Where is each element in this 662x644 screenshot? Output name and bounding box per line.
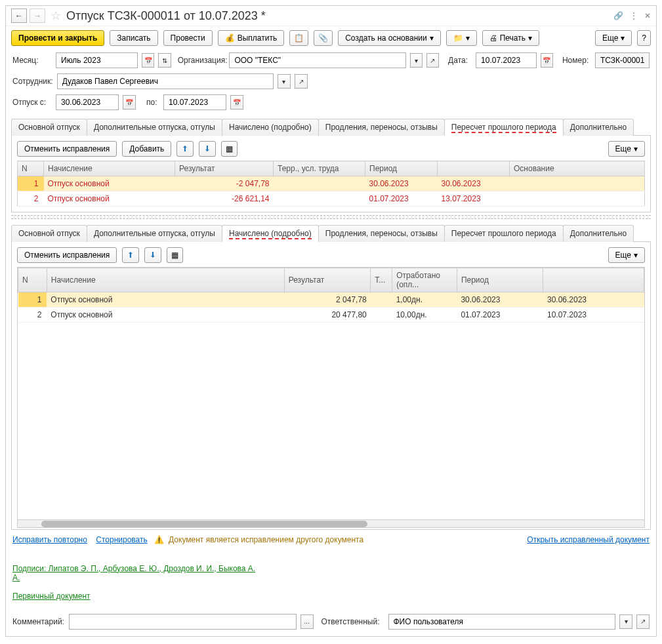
col-period2[interactable] [438,161,510,176]
print-button[interactable]: 🖨 Печать ▾ [482,30,539,46]
table-row[interactable]: 1 Отпуск основной 2 047,78 1,00 дн. 30.0… [18,292,644,308]
create-based-button[interactable]: Создать на основании ▾ [338,30,441,46]
open-icon[interactable]: ↗ [426,53,439,68]
col-result[interactable]: Результат [284,268,371,292]
table-row[interactable]: 1 Отпуск основной -2 047,78 30.06.2023 3… [18,176,645,191]
to-field[interactable] [163,94,226,110]
post-button[interactable]: Провести [163,30,213,46]
col-accrual[interactable]: Начисление [47,268,284,292]
month-spinner[interactable]: ⇅ [158,53,171,68]
responsible-input[interactable] [392,616,612,627]
chevron-down-icon[interactable]: ▾ [619,614,632,629]
attach-button[interactable]: 📎 [314,30,333,46]
table-row[interactable]: 2 Отпуск основной -26 621,14 01.07.2023 … [18,191,645,207]
org-input[interactable] [233,55,402,66]
tab-extensions[interactable]: Продления, переносы, отзывы [318,119,445,136]
cell-period2: 30.06.2023 [543,292,644,308]
col-basis[interactable]: Основание [510,161,645,176]
link-icon[interactable]: 🔗 [613,11,623,20]
from-field[interactable] [56,94,119,110]
comment-input[interactable] [73,616,293,627]
back-button[interactable]: ← [11,9,27,23]
calendar-icon[interactable]: 📅 [541,53,553,68]
more-button[interactable]: Еще ▾ [608,247,645,263]
cancel-corrections-button[interactable]: Отменить исправления [17,247,117,263]
add-button[interactable]: Добавить [122,141,171,157]
tab-extra[interactable]: Дополнительно [563,225,634,242]
warning-icon: ⚠️ [154,535,164,544]
folder-button[interactable]: 📁 ▾ [446,30,477,46]
primary-doc-link[interactable]: Первичный документ [12,592,91,601]
tab-recalc[interactable]: Пересчет прошлого периода [444,225,564,242]
tab-accrued-detail[interactable]: Начислено (подробно) [222,119,319,136]
forward-button[interactable]: → [30,9,45,23]
col-n[interactable]: N [18,268,47,292]
move-down-button[interactable]: 🠫 [144,247,161,263]
post-and-close-button[interactable]: Провести и закрыть [11,30,104,46]
responsible-label: Ответственный: [321,617,384,626]
tab-extensions[interactable]: Продления, переносы, отзывы [318,225,445,242]
help-button[interactable]: ? [637,30,651,46]
list-button[interactable]: 📋 [289,30,308,46]
storno-link[interactable]: Сторнировать [96,535,147,544]
chevron-down-icon[interactable]: ▾ [410,53,423,68]
more-button[interactable]: Еще ▾ [595,30,632,46]
date-field[interactable] [476,52,537,68]
pay-button[interactable]: 💰 Выплатить [218,30,285,46]
move-up-button[interactable]: 🠩 [122,247,139,263]
star-icon[interactable]: ☆ [51,9,61,23]
recalc-table[interactable]: N Начисление Результат Терр., усл. труда… [17,161,645,207]
close-icon[interactable]: ✕ [644,11,651,20]
number-label: Номер: [562,56,591,65]
calendar-icon[interactable]: 📅 [123,95,136,110]
open-corrected-link[interactable]: Открыть исправленный документ [527,535,650,544]
to-input[interactable] [167,97,222,108]
month-input[interactable] [60,55,134,66]
table-row[interactable]: 2 Отпуск основной 20 477,80 10,00 дн. 01… [18,308,644,323]
tab-main-vacation[interactable]: Основной отпуск [11,119,87,136]
correct-again-link[interactable]: Исправить повторно [12,535,87,544]
calendar-icon[interactable]: 📅 [142,53,154,68]
col-period1[interactable]: Период [365,161,438,176]
table-settings-button[interactable]: ▦ [167,247,183,263]
tab-extra[interactable]: Дополнительно [563,119,634,136]
signatures-link[interactable]: Подписи: Липатов Э. П., Арбузова Е. Ю., … [12,564,262,582]
tab-main-vacation[interactable]: Основной отпуск [11,225,87,242]
scroll-thumb[interactable] [41,521,367,527]
tab-additional[interactable]: Дополнительные отпуска, отгулы [87,225,222,242]
open-icon[interactable]: ↗ [636,614,650,629]
tab-accrued-detail[interactable]: Начислено (подробно) [222,225,319,242]
cancel-corrections-button[interactable]: Отменить исправления [17,141,117,157]
col-accrual[interactable]: Начисление [44,161,175,176]
col-result[interactable]: Результат [175,161,274,176]
ellipsis-button[interactable]: … [300,614,314,629]
col-period1[interactable]: Период [457,268,543,292]
from-input[interactable] [60,97,115,108]
calendar-icon[interactable]: 📅 [230,95,243,110]
col-period2[interactable] [543,268,644,292]
move-up-button[interactable]: 🠩 [176,141,194,157]
col-worked[interactable]: Отработано (опл... [392,268,457,292]
accrued-table[interactable]: N Начисление Результат Т... Отработано (… [18,268,644,519]
cell-n: 2 [18,191,44,207]
move-down-button[interactable]: 🠫 [199,141,216,157]
table-settings-button[interactable]: ▦ [221,141,238,157]
responsible-field[interactable] [388,614,616,630]
employee-input[interactable] [61,76,270,87]
date-input[interactable] [480,55,533,66]
horizontal-scrollbar[interactable] [18,519,644,527]
col-terr[interactable]: Терр., усл. труда [274,161,365,176]
col-t[interactable]: Т... [371,268,392,292]
open-icon[interactable]: ↗ [295,74,308,89]
tab-recalc[interactable]: Пересчет прошлого периода [444,119,564,136]
kebab-icon[interactable]: ⋮ [630,11,638,20]
chevron-down-icon[interactable]: ▾ [278,74,291,89]
write-button[interactable]: Записать [110,30,157,46]
comment-field[interactable] [69,614,297,630]
more-button[interactable]: Еще ▾ [608,141,645,157]
col-n[interactable]: N [18,161,44,176]
org-field[interactable] [229,52,405,68]
tab-additional[interactable]: Дополнительные отпуска, отгулы [87,119,222,136]
month-field[interactable] [56,52,138,68]
employee-field[interactable] [57,73,274,89]
